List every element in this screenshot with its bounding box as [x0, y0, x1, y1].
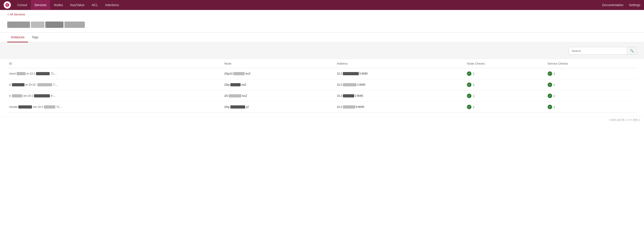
table-row[interactable]: cl er-10-22- 7-... iZbp swZ 10.2 2:8085 … [7, 79, 637, 90]
nav-documentation[interactable]: Documentation [602, 3, 623, 7]
service-checks-count: 1 [554, 105, 555, 109]
footer: CSDN @天草二十六·简村人 [0, 116, 644, 123]
node-checks-badge-1: ✓ 1 [467, 82, 544, 87]
service-check-icon-2: ✓ [548, 94, 552, 98]
node-checks-count: 1 [473, 94, 474, 98]
service-checks-badge-1: ✓ 1 [548, 82, 635, 87]
id-cell-2: cl ver-10-2 9-... [9, 94, 221, 97]
service-checks-badge-3: ✓ 1 [548, 105, 635, 109]
node-suffix: lsxZ [242, 94, 247, 97]
tabs-bar: Instances Tags [0, 33, 644, 42]
node-check-icon-0: ✓ [467, 71, 472, 76]
id-cell-1: cl er-10-22- 7-... [9, 83, 221, 86]
col-header-service-checks: Service Checks [546, 59, 637, 68]
service-checks-count: 1 [554, 83, 555, 87]
footer-text: CSDN @天草二十六·简村人 [610, 119, 640, 121]
node-suffix: swZ [241, 83, 246, 86]
address-cell-2: 10.2 2:8085 [337, 94, 463, 97]
addr-suffix: 2:8085 [357, 83, 366, 86]
node-check-icon-2: ✓ [467, 94, 472, 98]
top-navigation: C Consul Services Nodes Key/Value ACL In… [0, 0, 644, 10]
instances-table-container: ID Node Address Node Checks Service Chec… [0, 59, 644, 113]
node-checks-badge-2: ✓ 1 [467, 94, 544, 98]
svg-text:C: C [6, 4, 8, 6]
nav-item-nodes[interactable]: Nodes [50, 0, 66, 10]
id-text-suffix: 9-... [51, 94, 56, 97]
node-prefix: iZbp [224, 105, 230, 109]
service-checks-count: 1 [554, 94, 555, 98]
nav-settings[interactable]: Settings [629, 3, 640, 7]
service-check-icon-0: ✓ [548, 71, 552, 76]
col-header-id: ID [7, 59, 222, 68]
id-text-suffix: 7-... [53, 83, 58, 86]
addr-prefix: 10.2 [337, 83, 342, 86]
node-checks-count: 1 [473, 83, 474, 87]
consul-logo: C [4, 1, 11, 8]
service-title-area [0, 19, 644, 32]
back-to-services-link[interactable]: < All Services [7, 13, 25, 16]
node-checks-count: 1 [473, 72, 474, 75]
tab-tags[interactable]: Tags [28, 33, 42, 42]
nav-item-intentions[interactable]: Intentions [102, 0, 123, 10]
table-row[interactable]: cloudw ver-10-2 71-... iZbp yZ 10.2 8:80… [7, 101, 637, 113]
search-area: 🔍 [0, 42, 644, 59]
id-cell-3: cloudw ver-10-2 71-... [9, 105, 221, 109]
node-cell-1: iZbp swZ [224, 83, 333, 87]
node-checks-count: 1 [473, 105, 474, 109]
col-header-node: Node [222, 59, 335, 68]
search-button[interactable]: 🔍 [627, 47, 636, 54]
id-text-suffix: 71-... [56, 105, 62, 109]
node-prefix: iZbp10 [224, 72, 233, 75]
col-header-address: Address [335, 59, 465, 68]
search-input[interactable] [569, 47, 627, 54]
id-cell-0: cloud er-10-2 71-... [9, 72, 221, 75]
node-check-icon-1: ✓ [467, 82, 472, 87]
node-cell-0: iZbp10 lsvZ [224, 72, 333, 75]
addr-suffix: 2:8085 [355, 94, 363, 97]
nav-item-consul[interactable]: Consul [14, 0, 31, 10]
id-text-prefix: cl [9, 83, 11, 86]
search-input-wrap: 🔍 [569, 47, 637, 55]
search-icon: 🔍 [630, 49, 634, 53]
table-row[interactable]: cloud er-10-2 71-... iZbp10 lsvZ 10.2 5:… [7, 68, 637, 79]
table-row[interactable]: cl ver-10-2 9-... iZb lsxZ 10.2 2:8085 ✓… [7, 90, 637, 101]
addr-prefix: 10.2 [337, 105, 342, 109]
id-text-mid: er-10-22- [26, 83, 36, 86]
nav-items: Consul Services Nodes Key/Value ACL Inte… [14, 0, 602, 10]
addr-suffix: 5:8085 [360, 72, 368, 75]
node-checks-badge-0: ✓ 1 [467, 71, 544, 76]
nav-right: Documentation Settings [602, 3, 640, 7]
breadcrumb: < All Services [0, 10, 644, 19]
addr-prefix: 10.2 [337, 94, 342, 97]
id-text-prefix: cloudw [9, 105, 18, 109]
instances-table: ID Node Address Node Checks Service Chec… [7, 59, 637, 113]
node-prefix: iZbp [224, 83, 230, 86]
node-check-icon-3: ✓ [467, 105, 472, 109]
id-text-mid: ver-10-2 [33, 105, 43, 109]
tab-instances[interactable]: Instances [7, 33, 28, 42]
nav-item-services[interactable]: Services [31, 0, 50, 10]
id-text-suffix: 71-... [50, 72, 57, 75]
service-checks-count: 1 [554, 72, 555, 75]
id-text-prefix: cloud [9, 72, 16, 75]
id-text-mid: er-10-2 [26, 72, 35, 75]
node-suffix: lsvZ [246, 72, 250, 75]
address-cell-1: 10.2 2:8085 [337, 83, 463, 86]
service-check-icon-3: ✓ [548, 105, 552, 109]
node-cell-3: iZbp yZ [224, 105, 333, 109]
nav-item-keyvalue[interactable]: Key/Value [67, 0, 88, 10]
node-prefix: iZb [224, 94, 228, 97]
addr-prefix: 10.2 [337, 72, 342, 75]
service-check-icon-1: ✓ [548, 82, 552, 87]
node-checks-badge-3: ✓ 1 [467, 105, 544, 109]
id-text-prefix: cl [9, 94, 11, 97]
address-cell-3: 10.2 8:8085 [337, 105, 463, 109]
service-checks-badge-2: ✓ 1 [548, 94, 635, 98]
node-cell-2: iZb lsxZ [224, 94, 333, 98]
service-checks-badge-0: ✓ 1 [548, 71, 635, 76]
nav-item-acl[interactable]: ACL [88, 0, 102, 10]
addr-suffix: 8:8085 [356, 105, 364, 109]
col-header-node-checks: Node Checks [465, 59, 546, 68]
node-suffix: yZ [246, 105, 249, 109]
id-text-mid: ver-10-2 [23, 94, 33, 97]
